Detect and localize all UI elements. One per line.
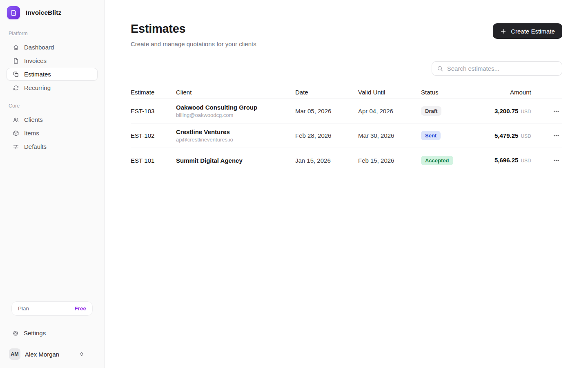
main-content: Estimates Create and manage quotations f… [105,0,588,368]
gear-icon [12,330,19,337]
plan-label: Plan [18,305,29,312]
client-name: Crestline Ventures [176,128,295,135]
page-header: Estimates Create and manage quotations f… [131,22,562,47]
sidebar-item-label: Defaults [24,143,47,150]
amount-value: 3,200.75 [494,108,518,114]
search-input[interactable] [447,65,557,72]
status-badge: Accepted [421,156,453,165]
currency-label: USD [521,158,531,164]
search-icon [437,65,443,72]
currency-label: USD [521,133,531,139]
client-cell: Crestline Ventures ap@crestlineventures.… [176,128,295,143]
sidebar-item-label: Clients [24,116,43,123]
client-name: Summit Digital Agency [176,157,295,164]
actions-cell [546,105,562,117]
create-estimate-button[interactable]: Create Estimate [493,23,562,39]
status-badge: Draft [421,106,441,116]
plan-value-badge: Free [74,305,86,312]
sidebar-item-settings[interactable]: Settings [7,327,98,339]
page-title: Estimates [131,22,256,36]
invoice-doc-logo-icon [7,6,20,19]
estimate-date: Jan 15, 2026 [295,157,358,164]
avatar: AM [9,348,20,360]
plus-icon [500,28,506,34]
table-header-row: Estimate Client Date Valid Until Status … [131,86,562,99]
sidebar-section-core: Core [7,103,98,109]
sidebar-item-invoices[interactable]: Invoices [7,54,98,67]
amount-cell: 5,696.25USD [494,157,546,164]
estimates-table: Estimate Client Date Valid Until Status … [131,86,562,173]
app-logo: InvoiceBlitz [7,6,98,19]
status-cell: Draft [421,106,494,116]
file-icon [13,58,19,64]
user-menu[interactable]: AM Alex Morgan [7,348,98,360]
actions-cell [546,130,562,142]
row-actions-button[interactable] [550,105,562,117]
sidebar-item-dashboard[interactable]: Dashboard [7,41,98,54]
sidebar-item-label: Invoices [24,57,47,64]
sidebar-item-label: Recurring [24,84,51,91]
client-cell: Summit Digital Agency [176,157,295,164]
currency-label: USD [521,109,531,114]
app-name: InvoiceBlitz [26,9,61,16]
amount-value: 5,479.25 [494,132,518,139]
client-email: billing@oakwoodcg.com [176,112,295,118]
amount-cell: 5,479.25USD [494,132,546,139]
actions-cell [546,154,562,166]
chevron-up-down-icon [79,351,95,357]
ellipsis-icon [553,108,559,114]
page-heading-group: Estimates Create and manage quotations f… [131,22,256,47]
valid-until-date: Mar 30, 2026 [358,132,421,139]
estimate-id: EST-101 [131,157,176,164]
refresh-icon [13,85,19,91]
sidebar-item-clients[interactable]: Clients [7,113,98,126]
column-header-estimate: Estimate [131,89,176,96]
column-header-status: Status [421,89,494,96]
sidebar-spacer [7,154,98,301]
column-header-client: Client [176,89,295,96]
copy-icon [13,71,19,78]
sidebar-item-label: Items [24,130,39,137]
sidebar: InvoiceBlitz Platform Dashboard Invoices… [0,0,105,368]
settings-label: Settings [24,330,46,337]
amount-cell: 3,200.75USD [494,108,546,115]
column-header-date: Date [295,89,358,96]
create-estimate-label: Create Estimate [511,28,555,35]
estimate-date: Mar 05, 2026 [295,108,358,114]
sidebar-item-items[interactable]: Items [7,127,98,139]
row-actions-button[interactable] [550,130,562,142]
estimate-id: EST-103 [131,108,176,114]
ellipsis-icon [553,132,559,139]
ellipsis-icon [553,157,559,164]
client-cell: Oakwood Consulting Group billing@oakwood… [176,104,295,118]
estimate-id: EST-102 [131,132,176,139]
estimate-date: Feb 28, 2026 [295,132,358,139]
status-cell: Accepted [421,156,494,165]
column-header-amount: Amount [494,89,546,96]
sidebar-item-defaults[interactable]: Defaults [7,140,98,153]
valid-until-date: Feb 15, 2026 [358,157,421,164]
table-row: EST-103 Oakwood Consulting Group billing… [131,99,562,123]
sliders-icon [13,144,19,150]
amount-value: 5,696.25 [494,157,518,164]
sidebar-item-label: Dashboard [24,44,54,51]
sidebar-item-label: Estimates [24,71,51,78]
user-name: Alex Morgan [25,351,59,358]
status-badge: Sent [421,131,441,140]
search-row [131,61,562,76]
search-box [432,61,562,76]
row-actions-button[interactable] [550,154,562,166]
sidebar-item-estimates[interactable]: Estimates [7,68,98,81]
page-subtitle: Create and manage quotations for your cl… [131,40,256,47]
users-icon [13,117,19,123]
home-icon [13,44,19,51]
table-row: EST-101 Summit Digital Agency Jan 15, 20… [131,148,562,173]
plan-card: Plan Free [11,301,93,316]
status-cell: Sent [421,131,494,140]
sidebar-section-platform: Platform [7,31,98,36]
valid-until-date: Apr 04, 2026 [358,108,421,114]
client-name: Oakwood Consulting Group [176,104,295,111]
column-header-valid-until: Valid Until [358,89,421,96]
sidebar-item-recurring[interactable]: Recurring [7,81,98,94]
client-email: ap@crestlineventures.io [176,137,295,143]
